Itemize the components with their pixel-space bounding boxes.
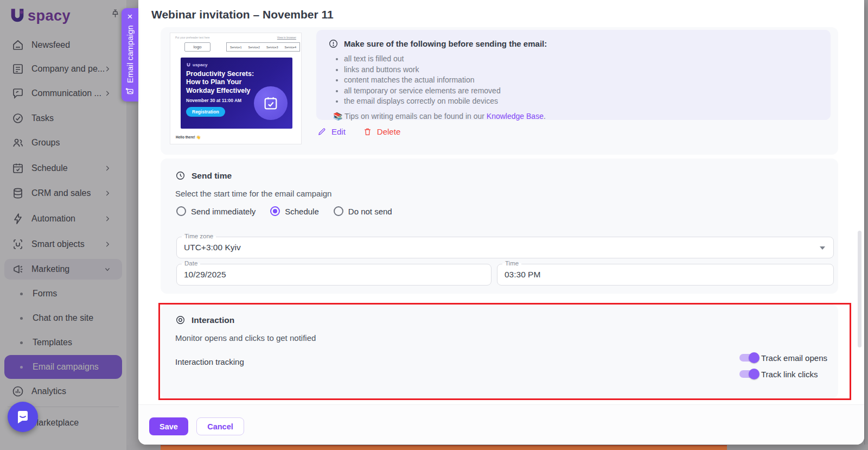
email-review-section: Put your preheader text here View in bro…: [161, 27, 838, 155]
calendar-check-icon: [263, 95, 279, 111]
tips-period: .: [544, 112, 546, 121]
banner-heading: Productivity Secrets: How to Plan Your W…: [186, 70, 267, 95]
nav-service3: Service3: [266, 46, 278, 49]
toggle-row-email-opens: Track email opens: [739, 350, 827, 366]
checklist-item: the email displays correctly on mobile d…: [344, 96, 819, 107]
uspacy-mini-logo-icon: [186, 62, 191, 67]
interaction-subtitle: Monitor opens and clicks to get notified: [175, 333, 316, 343]
tracking-toggles: Track email opens Track link clicks: [739, 350, 827, 382]
email-campaign-tab-body: Email campaign: [125, 23, 135, 97]
webinar-banner: uspacy Productivity Secrets: How to Plan…: [181, 58, 292, 129]
modal-scrollbar-thumb[interactable]: [858, 231, 861, 347]
checklist-item: all temporary or service elements are re…: [344, 86, 819, 97]
checklist-item: all text is filled out: [344, 54, 819, 65]
edit-button[interactable]: Edit: [317, 127, 346, 136]
pre-send-checklist: Make sure of the following before sendin…: [316, 30, 831, 120]
cancel-button[interactable]: Cancel: [196, 417, 244, 435]
banner-brand-text: uspacy: [193, 62, 208, 67]
chat-smile-icon: [15, 409, 30, 424]
clock-icon: [175, 170, 186, 181]
radio-do-not-send[interactable]: Do not send: [334, 206, 392, 216]
toggle-label: Track link clicks: [761, 370, 818, 379]
delete-label: Delete: [377, 127, 400, 136]
books-emoji-icon: 📚: [333, 112, 342, 121]
trash-icon: [363, 127, 372, 136]
checklist-header: Make sure of the following before sendin…: [328, 39, 819, 49]
view-in-browser-link: View in browser: [277, 36, 296, 39]
close-tab-icon[interactable]: ×: [127, 12, 133, 21]
radio-label: Send immediately: [191, 207, 256, 216]
knowledge-base-link[interactable]: Knowledge Base: [487, 112, 544, 121]
eye-icon: [175, 315, 186, 325]
tips-line: 📚 Tips on writing emails can be found in…: [333, 112, 819, 121]
nav-service1: Service1: [230, 46, 241, 49]
radio-icon: [176, 206, 186, 216]
radio-selected-icon: [270, 206, 280, 216]
email-campaign-modal: Webinar invitation – November 11 Put you…: [138, 0, 864, 445]
interaction-tracking-label: Interaction tracking: [175, 357, 244, 366]
tips-text: Tips on writing emails can be found in o…: [342, 112, 486, 121]
interaction-title: Interaction: [192, 315, 234, 325]
checklist-items: all text is filled out links and buttons…: [344, 54, 819, 107]
toggle-knob: [749, 352, 760, 363]
send-time-title: Send time: [192, 171, 232, 181]
date-value: 10/29/2025: [184, 264, 226, 285]
timezone-select[interactable]: Time zone UTC+3:00 Kyiv: [176, 237, 834, 258]
email-campaign-side-tab[interactable]: × Email campaign: [122, 8, 138, 102]
radio-label: Do not send: [348, 207, 392, 216]
tab-label: Email campaign: [125, 25, 135, 83]
toggle-row-link-clicks: Track link clicks: [739, 366, 827, 382]
time-input[interactable]: Time 03:30 PM: [497, 264, 834, 286]
checklist-title: Make sure of the following before sendin…: [344, 39, 547, 48]
checklist-item: content matches the actual information: [344, 75, 819, 86]
email-send-icon: [126, 87, 135, 96]
send-time-section: Send time Select the start time for the …: [161, 159, 838, 294]
radio-schedule[interactable]: Schedule: [270, 206, 319, 216]
checklist-item: links and buttons work: [344, 65, 819, 75]
email-preview-thumbnail[interactable]: Put your preheader text here View in bro…: [170, 33, 302, 144]
delete-button[interactable]: Delete: [363, 127, 400, 136]
pencil-icon: [317, 127, 327, 136]
banner-brand: uspacy: [186, 62, 287, 67]
track-link-clicks-toggle[interactable]: [739, 370, 758, 378]
alert-circle-icon: [328, 39, 339, 49]
preview-greeting: Hello there! 👋: [176, 135, 201, 140]
preview-actions: Edit Delete: [317, 127, 400, 136]
modal-footer: Save Cancel: [138, 404, 864, 445]
background-orange-banner: [161, 445, 727, 450]
radio-send-immediately[interactable]: Send immediately: [176, 206, 256, 216]
time-value: 03:30 PM: [505, 264, 540, 285]
send-time-header: Send time: [175, 170, 232, 181]
send-time-subtitle: Select the start time for the email camp…: [175, 189, 331, 198]
chat-launcher-button[interactable]: [8, 402, 38, 432]
nav-service2: Service2: [248, 46, 260, 49]
toggle-knob: [749, 369, 760, 379]
interaction-section: Interaction Monitor opens and clicks to …: [161, 305, 838, 398]
save-button[interactable]: Save: [149, 417, 188, 435]
toggle-label: Track email opens: [761, 353, 827, 363]
logo-placeholder: logo: [184, 42, 210, 52]
nav-service4: Service4: [285, 46, 296, 49]
preheader-text: Put your preheader text here: [175, 36, 210, 39]
app-window: spacy Newsfeed Company and pe... Communi…: [0, 0, 868, 450]
track-email-opens-toggle[interactable]: [739, 354, 758, 362]
dropdown-caret-icon: [820, 246, 825, 250]
timezone-value: UTC+3:00 Kyiv: [184, 237, 241, 258]
radio-label: Schedule: [285, 207, 319, 216]
send-time-options: Send immediately Schedule Do not send: [176, 206, 392, 216]
page-title: Webinar invitation – November 11: [151, 8, 334, 21]
calendar-badge: [254, 86, 288, 120]
interaction-header: Interaction: [175, 315, 234, 325]
radio-icon: [334, 206, 343, 216]
registration-button: Registration: [186, 107, 225, 117]
date-input[interactable]: Date 10/29/2025: [176, 264, 492, 286]
edit-label: Edit: [331, 127, 346, 136]
preview-nav: Service1 Service2 Service3 Service4: [226, 42, 300, 52]
